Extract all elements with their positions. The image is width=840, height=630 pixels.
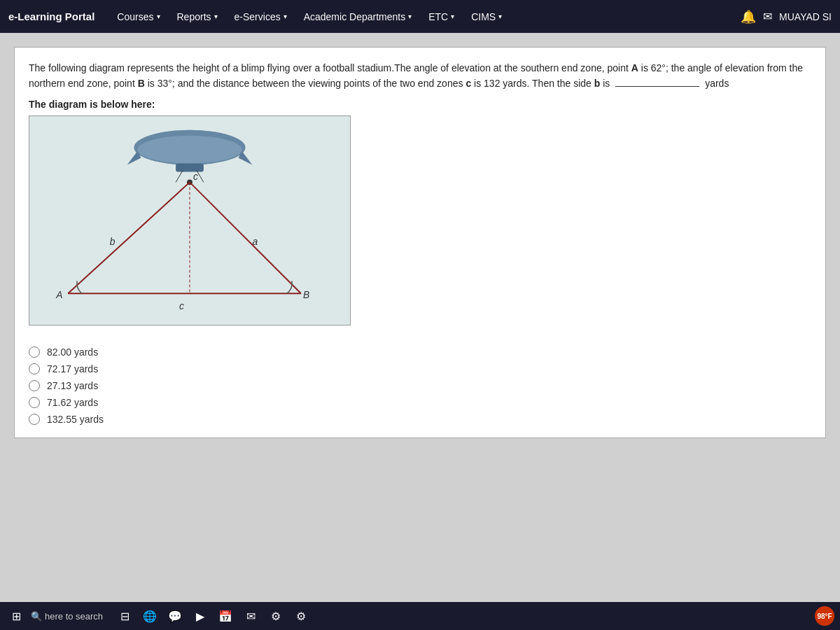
question-text: The following diagram represents the hei…	[29, 60, 811, 92]
message-icon[interactable]: ✉	[763, 10, 772, 23]
svg-text:B: B	[303, 289, 309, 300]
nav-cims[interactable]: CIMS ▾	[463, 0, 510, 33]
svg-text:b: b	[110, 236, 115, 247]
option-4[interactable]: 71.62 yards	[29, 397, 811, 408]
option-5[interactable]: 132.55 yards	[29, 414, 811, 425]
user-name: MUAYAD SI	[779, 11, 832, 22]
question-card: The following diagram represents the hei…	[14, 47, 826, 438]
search-icon: 🔍	[31, 611, 42, 622]
media-icon[interactable]: ▶	[190, 606, 211, 626]
taskbar-right: 98°F	[815, 606, 834, 626]
taskbar: ⊞ 🔍 here to search ⊟ 🌐 💬 ▶ 📅 ✉ ⚙ ⚙ 98°F	[0, 602, 840, 630]
svg-text:c: c	[193, 171, 198, 182]
taskbar-search: 🔍 here to search	[31, 611, 103, 622]
svg-rect-6	[176, 163, 204, 172]
taskview-icon[interactable]: ⊟	[114, 606, 135, 626]
mail-icon[interactable]: ✉	[240, 606, 261, 626]
options-section: 82.00 yards 72.17 yards 27.13 yards 71.6…	[29, 346, 811, 425]
nav-etc[interactable]: ETC ▾	[420, 0, 463, 33]
cims-arrow-icon: ▾	[498, 13, 502, 20]
nav-eservices[interactable]: e-Services ▾	[226, 0, 295, 33]
start-button[interactable]: ⊞	[6, 606, 27, 626]
option-2-label: 72.17 yards	[47, 363, 98, 374]
option-3-label: 27.13 yards	[47, 380, 98, 391]
svg-text:a: a	[252, 236, 258, 247]
option-3-radio[interactable]	[29, 380, 40, 391]
option-4-label: 71.62 yards	[47, 397, 98, 408]
nav-courses[interactable]: Courses ▾	[108, 0, 168, 33]
answer-blank	[615, 86, 699, 87]
option-2[interactable]: 72.17 yards	[29, 363, 811, 374]
etc-arrow-icon: ▾	[451, 13, 454, 20]
courses-arrow-icon: ▾	[157, 13, 160, 20]
navbar-right: 🔔 ✉ MUAYAD SI	[741, 9, 832, 24]
brand-logo: e-Learning Portal	[8, 10, 94, 22]
option-3[interactable]: 27.13 yards	[29, 380, 811, 391]
weather-badge: 98°F	[815, 606, 834, 626]
reports-arrow-icon: ▾	[214, 13, 218, 20]
svg-text:A: A	[55, 289, 62, 300]
nav-reports[interactable]: Reports ▾	[169, 0, 226, 33]
academic-arrow-icon: ▾	[408, 13, 412, 20]
option-1[interactable]: 82.00 yards	[29, 346, 811, 358]
navbar: e-Learning Portal Courses ▾ Reports ▾ e-…	[0, 0, 840, 33]
nav-academic[interactable]: Academic Departments ▾	[295, 0, 421, 33]
option-1-label: 82.00 yards	[47, 346, 98, 358]
option-4-radio[interactable]	[29, 397, 40, 408]
calendar-icon[interactable]: 📅	[215, 606, 236, 626]
eservices-arrow-icon: ▾	[284, 13, 287, 20]
main-content: The following diagram represents the hei…	[0, 33, 840, 602]
svg-text:c: c	[179, 300, 184, 312]
browser-icon[interactable]: 🌐	[139, 606, 160, 626]
option-5-label: 132.55 yards	[47, 414, 104, 425]
diagram-label: The diagram is below here:	[29, 99, 811, 110]
option-5-radio[interactable]	[29, 414, 40, 425]
option-1-radio[interactable]	[29, 346, 40, 358]
search-text: here to search	[45, 611, 103, 622]
gear2-icon[interactable]: ⚙	[290, 606, 312, 626]
svg-point-3	[138, 136, 242, 164]
bell-icon[interactable]: 🔔	[741, 9, 756, 24]
option-2-radio[interactable]	[29, 363, 40, 374]
diagram-container: c A B b a c	[29, 115, 351, 326]
whatsapp-icon[interactable]: 💬	[164, 606, 186, 626]
settings-icon[interactable]: ⚙	[265, 606, 286, 626]
